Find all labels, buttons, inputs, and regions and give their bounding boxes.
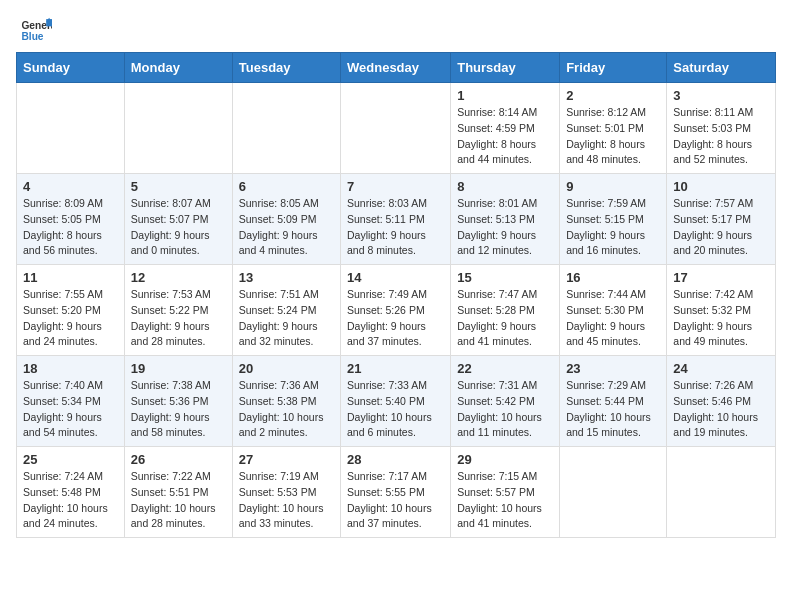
day-info: Sunrise: 8:01 AM Sunset: 5:13 PM Dayligh…: [457, 196, 553, 259]
day-info: Sunrise: 7:22 AM Sunset: 5:51 PM Dayligh…: [131, 469, 226, 532]
calendar-week-row: 4Sunrise: 8:09 AM Sunset: 5:05 PM Daylig…: [17, 174, 776, 265]
day-number: 11: [23, 270, 118, 285]
calendar-cell: 23Sunrise: 7:29 AM Sunset: 5:44 PM Dayli…: [560, 356, 667, 447]
day-number: 22: [457, 361, 553, 376]
day-number: 13: [239, 270, 334, 285]
calendar-cell: 18Sunrise: 7:40 AM Sunset: 5:34 PM Dayli…: [17, 356, 125, 447]
calendar-cell: 14Sunrise: 7:49 AM Sunset: 5:26 PM Dayli…: [341, 265, 451, 356]
calendar-cell: 12Sunrise: 7:53 AM Sunset: 5:22 PM Dayli…: [124, 265, 232, 356]
day-info: Sunrise: 8:07 AM Sunset: 5:07 PM Dayligh…: [131, 196, 226, 259]
day-number: 19: [131, 361, 226, 376]
day-info: Sunrise: 7:49 AM Sunset: 5:26 PM Dayligh…: [347, 287, 444, 350]
day-info: Sunrise: 7:51 AM Sunset: 5:24 PM Dayligh…: [239, 287, 334, 350]
calendar-cell: 24Sunrise: 7:26 AM Sunset: 5:46 PM Dayli…: [667, 356, 776, 447]
day-number: 2: [566, 88, 660, 103]
calendar-cell: 7Sunrise: 8:03 AM Sunset: 5:11 PM Daylig…: [341, 174, 451, 265]
weekday-header-wednesday: Wednesday: [341, 53, 451, 83]
calendar-cell: [124, 83, 232, 174]
calendar-cell: 10Sunrise: 7:57 AM Sunset: 5:17 PM Dayli…: [667, 174, 776, 265]
day-number: 5: [131, 179, 226, 194]
day-info: Sunrise: 7:15 AM Sunset: 5:57 PM Dayligh…: [457, 469, 553, 532]
day-info: Sunrise: 7:17 AM Sunset: 5:55 PM Dayligh…: [347, 469, 444, 532]
day-info: Sunrise: 7:59 AM Sunset: 5:15 PM Dayligh…: [566, 196, 660, 259]
calendar-week-row: 11Sunrise: 7:55 AM Sunset: 5:20 PM Dayli…: [17, 265, 776, 356]
weekday-header-monday: Monday: [124, 53, 232, 83]
calendar-cell: 4Sunrise: 8:09 AM Sunset: 5:05 PM Daylig…: [17, 174, 125, 265]
logo-icon: General Blue: [20, 16, 52, 44]
calendar-cell: 19Sunrise: 7:38 AM Sunset: 5:36 PM Dayli…: [124, 356, 232, 447]
weekday-header-thursday: Thursday: [451, 53, 560, 83]
calendar-cell: 17Sunrise: 7:42 AM Sunset: 5:32 PM Dayli…: [667, 265, 776, 356]
weekday-header-sunday: Sunday: [17, 53, 125, 83]
calendar-week-row: 25Sunrise: 7:24 AM Sunset: 5:48 PM Dayli…: [17, 447, 776, 538]
day-info: Sunrise: 8:12 AM Sunset: 5:01 PM Dayligh…: [566, 105, 660, 168]
day-number: 27: [239, 452, 334, 467]
calendar-cell: [232, 83, 340, 174]
day-number: 1: [457, 88, 553, 103]
day-info: Sunrise: 7:36 AM Sunset: 5:38 PM Dayligh…: [239, 378, 334, 441]
day-number: 14: [347, 270, 444, 285]
calendar-cell: 2Sunrise: 8:12 AM Sunset: 5:01 PM Daylig…: [560, 83, 667, 174]
calendar-header: SundayMondayTuesdayWednesdayThursdayFrid…: [17, 53, 776, 83]
calendar-cell: 22Sunrise: 7:31 AM Sunset: 5:42 PM Dayli…: [451, 356, 560, 447]
calendar-cell: 26Sunrise: 7:22 AM Sunset: 5:51 PM Dayli…: [124, 447, 232, 538]
day-number: 15: [457, 270, 553, 285]
day-info: Sunrise: 7:55 AM Sunset: 5:20 PM Dayligh…: [23, 287, 118, 350]
day-number: 18: [23, 361, 118, 376]
weekday-header-row: SundayMondayTuesdayWednesdayThursdayFrid…: [17, 53, 776, 83]
calendar-cell: 11Sunrise: 7:55 AM Sunset: 5:20 PM Dayli…: [17, 265, 125, 356]
calendar-cell: 27Sunrise: 7:19 AM Sunset: 5:53 PM Dayli…: [232, 447, 340, 538]
day-number: 12: [131, 270, 226, 285]
day-number: 16: [566, 270, 660, 285]
day-info: Sunrise: 7:42 AM Sunset: 5:32 PM Dayligh…: [673, 287, 769, 350]
day-number: 17: [673, 270, 769, 285]
calendar-wrapper: SundayMondayTuesdayWednesdayThursdayFrid…: [0, 52, 792, 546]
calendar-cell: [17, 83, 125, 174]
day-number: 25: [23, 452, 118, 467]
day-info: Sunrise: 7:44 AM Sunset: 5:30 PM Dayligh…: [566, 287, 660, 350]
day-info: Sunrise: 7:19 AM Sunset: 5:53 PM Dayligh…: [239, 469, 334, 532]
day-number: 7: [347, 179, 444, 194]
day-info: Sunrise: 7:31 AM Sunset: 5:42 PM Dayligh…: [457, 378, 553, 441]
calendar-cell: 5Sunrise: 8:07 AM Sunset: 5:07 PM Daylig…: [124, 174, 232, 265]
day-info: Sunrise: 8:11 AM Sunset: 5:03 PM Dayligh…: [673, 105, 769, 168]
calendar-cell: [341, 83, 451, 174]
calendar-cell: [560, 447, 667, 538]
calendar-cell: 25Sunrise: 7:24 AM Sunset: 5:48 PM Dayli…: [17, 447, 125, 538]
day-number: 8: [457, 179, 553, 194]
day-info: Sunrise: 7:53 AM Sunset: 5:22 PM Dayligh…: [131, 287, 226, 350]
calendar-body: 1Sunrise: 8:14 AM Sunset: 4:59 PM Daylig…: [17, 83, 776, 538]
calendar-cell: 21Sunrise: 7:33 AM Sunset: 5:40 PM Dayli…: [341, 356, 451, 447]
calendar-cell: 8Sunrise: 8:01 AM Sunset: 5:13 PM Daylig…: [451, 174, 560, 265]
calendar-cell: 13Sunrise: 7:51 AM Sunset: 5:24 PM Dayli…: [232, 265, 340, 356]
day-number: 29: [457, 452, 553, 467]
calendar-cell: 1Sunrise: 8:14 AM Sunset: 4:59 PM Daylig…: [451, 83, 560, 174]
calendar-week-row: 1Sunrise: 8:14 AM Sunset: 4:59 PM Daylig…: [17, 83, 776, 174]
weekday-header-tuesday: Tuesday: [232, 53, 340, 83]
weekday-header-saturday: Saturday: [667, 53, 776, 83]
day-info: Sunrise: 7:26 AM Sunset: 5:46 PM Dayligh…: [673, 378, 769, 441]
calendar-week-row: 18Sunrise: 7:40 AM Sunset: 5:34 PM Dayli…: [17, 356, 776, 447]
day-info: Sunrise: 7:40 AM Sunset: 5:34 PM Dayligh…: [23, 378, 118, 441]
weekday-header-friday: Friday: [560, 53, 667, 83]
day-number: 3: [673, 88, 769, 103]
calendar-cell: 20Sunrise: 7:36 AM Sunset: 5:38 PM Dayli…: [232, 356, 340, 447]
day-number: 21: [347, 361, 444, 376]
calendar-cell: 16Sunrise: 7:44 AM Sunset: 5:30 PM Dayli…: [560, 265, 667, 356]
calendar-cell: 9Sunrise: 7:59 AM Sunset: 5:15 PM Daylig…: [560, 174, 667, 265]
svg-text:Blue: Blue: [21, 31, 43, 42]
day-number: 20: [239, 361, 334, 376]
calendar-cell: 15Sunrise: 7:47 AM Sunset: 5:28 PM Dayli…: [451, 265, 560, 356]
calendar-cell: 28Sunrise: 7:17 AM Sunset: 5:55 PM Dayli…: [341, 447, 451, 538]
day-number: 28: [347, 452, 444, 467]
logo: General Blue: [20, 16, 56, 44]
calendar-cell: 29Sunrise: 7:15 AM Sunset: 5:57 PM Dayli…: [451, 447, 560, 538]
day-number: 24: [673, 361, 769, 376]
day-number: 26: [131, 452, 226, 467]
day-info: Sunrise: 7:29 AM Sunset: 5:44 PM Dayligh…: [566, 378, 660, 441]
day-info: Sunrise: 8:03 AM Sunset: 5:11 PM Dayligh…: [347, 196, 444, 259]
calendar-cell: 3Sunrise: 8:11 AM Sunset: 5:03 PM Daylig…: [667, 83, 776, 174]
page-header: General Blue: [0, 0, 792, 52]
day-number: 9: [566, 179, 660, 194]
calendar-cell: 6Sunrise: 8:05 AM Sunset: 5:09 PM Daylig…: [232, 174, 340, 265]
